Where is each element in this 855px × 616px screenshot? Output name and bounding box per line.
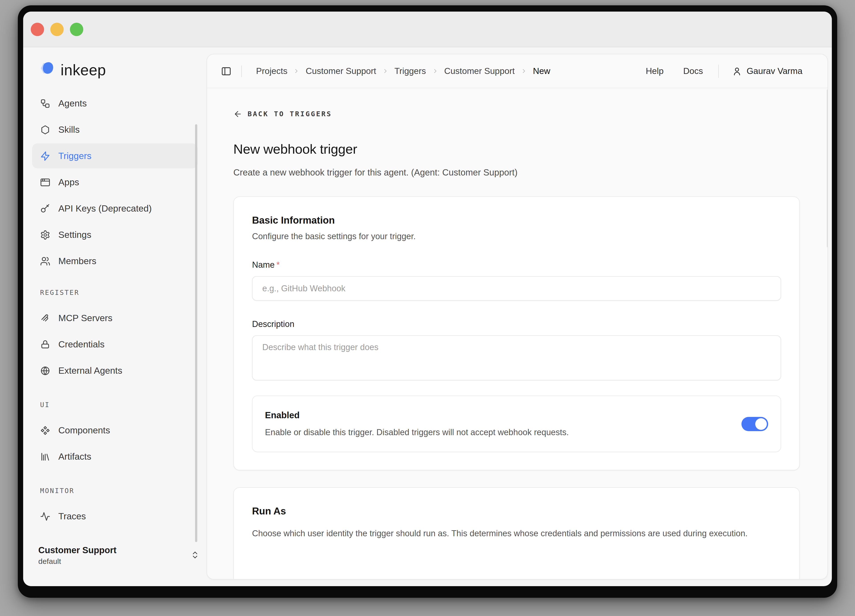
- sidebar-item-label: Skills: [58, 124, 80, 135]
- sidebar-item-artifacts[interactable]: Artifacts: [32, 444, 198, 469]
- sidebar-item-label: Agents: [58, 98, 87, 109]
- chevrons-up-down-icon: [191, 550, 199, 561]
- sidebar-item-mcp-servers[interactable]: MCP Servers: [32, 306, 198, 331]
- help-link[interactable]: Help: [646, 66, 663, 76]
- enabled-label: Enabled: [265, 410, 724, 420]
- header-divider: [241, 65, 242, 77]
- sidebar: inkeep Agents Skills Triggers Apps: [23, 47, 207, 586]
- user-name: Gaurav Varma: [746, 66, 803, 76]
- gear-icon: [40, 230, 50, 240]
- sidebar-item-label: Credentials: [58, 339, 104, 349]
- sidebar-item-label: Components: [58, 425, 110, 435]
- sidebar-item-traces[interactable]: Traces: [32, 504, 198, 529]
- sidebar-item-label: Apps: [58, 177, 79, 187]
- breadcrumb-triggers[interactable]: Triggers: [394, 66, 426, 76]
- sidebar-item-skills[interactable]: Skills: [32, 117, 198, 142]
- logo-text: inkeep: [61, 61, 106, 79]
- sidebar-item-apps[interactable]: Apps: [32, 170, 198, 195]
- user-menu[interactable]: Gaurav Varma: [732, 66, 803, 76]
- sidebar-section-ui: UI: [32, 401, 198, 411]
- sidebar-item-label: API Keys (Deprecated): [58, 203, 152, 214]
- close-button[interactable]: [31, 23, 44, 36]
- page-subtitle: Create a new webhook trigger for this ag…: [233, 167, 801, 178]
- breadcrumb: Projects Customer Support Triggers Custo…: [256, 66, 550, 76]
- required-mark: *: [276, 260, 280, 270]
- sidebar-item-triggers[interactable]: Triggers: [32, 143, 198, 169]
- project-name: Customer Support: [38, 545, 191, 555]
- user-icon: [732, 66, 742, 76]
- component-icon: [40, 425, 50, 435]
- zoom-button[interactable]: [70, 23, 83, 36]
- sidebar-item-label: Artifacts: [58, 451, 91, 462]
- breadcrumb-customer-support-2[interactable]: Customer Support: [444, 66, 515, 76]
- globe-icon: [40, 365, 50, 376]
- run-as-title: Run As: [252, 506, 781, 517]
- panel-header: Projects Customer Support Triggers Custo…: [207, 54, 827, 88]
- run-as-card: Run As Choose which user identity the tr…: [233, 487, 800, 579]
- workflow-icon: [40, 98, 50, 109]
- app-window: inkeep Agents Skills Triggers Apps: [23, 12, 832, 586]
- project-switcher[interactable]: Customer Support default: [38, 545, 199, 566]
- sidebar-item-label: MCP Servers: [58, 313, 112, 323]
- arrow-left-icon: [233, 110, 242, 118]
- run-as-description: Choose which user identity the trigger s…: [252, 526, 751, 541]
- activity-icon: [40, 511, 50, 521]
- zap-icon: [40, 151, 50, 161]
- minimize-button[interactable]: [50, 23, 64, 36]
- sidebar-item-label: Members: [58, 256, 97, 267]
- chevron-right-icon: [293, 68, 300, 74]
- enabled-setting-row: Enabled Enable or disable this trigger. …: [252, 395, 781, 452]
- basic-information-subtitle: Configure the basic settings for your tr…: [252, 231, 781, 241]
- sidebar-section-register: REGISTER: [32, 289, 198, 299]
- titlebar: [23, 12, 832, 47]
- sidebar-item-external-agents[interactable]: External Agents: [32, 358, 198, 383]
- app-window-icon: [40, 177, 50, 187]
- sidebar-item-settings[interactable]: Settings: [32, 222, 198, 247]
- breadcrumb-current: New: [533, 66, 550, 76]
- sidebar-scrollbar[interactable]: [195, 124, 197, 542]
- sidebar-item-api-keys[interactable]: API Keys (Deprecated): [32, 196, 198, 221]
- page-title: New webhook trigger: [233, 142, 801, 157]
- enabled-toggle[interactable]: [742, 417, 768, 431]
- basic-information-card: Basic Information Configure the basic se…: [233, 196, 800, 470]
- name-input[interactable]: [252, 276, 781, 301]
- breadcrumb-customer-support[interactable]: Customer Support: [306, 66, 376, 76]
- key-icon: [40, 203, 50, 214]
- mcp-icon: [40, 313, 50, 323]
- back-to-triggers-link[interactable]: BACK TO TRIGGERS: [233, 110, 801, 118]
- name-label: Name*: [252, 260, 781, 270]
- description-input[interactable]: [252, 336, 781, 380]
- users-icon: [40, 256, 50, 266]
- library-icon: [40, 451, 50, 462]
- chevron-right-icon: [382, 68, 389, 74]
- sidebar-item-label: Traces: [58, 511, 86, 522]
- toggle-knob: [755, 418, 767, 430]
- logo[interactable]: inkeep: [38, 61, 207, 79]
- hexagon-icon: [40, 124, 50, 135]
- lock-icon: [40, 339, 50, 349]
- panel-left-icon: [221, 66, 231, 77]
- docs-link[interactable]: Docs: [683, 66, 703, 76]
- project-variant: default: [38, 557, 191, 566]
- sidebar-item-members[interactable]: Members: [32, 248, 198, 273]
- inkeep-logo-icon: [38, 61, 57, 79]
- chevron-right-icon: [521, 68, 527, 74]
- sidebar-item-credentials[interactable]: Credentials: [32, 332, 198, 357]
- sidebar-item-label: Triggers: [58, 150, 92, 161]
- main-panel: Projects Customer Support Triggers Custo…: [207, 54, 828, 579]
- basic-information-title: Basic Information: [252, 215, 781, 226]
- sidebar-toggle-button[interactable]: [221, 66, 231, 77]
- sidebar-nav: Agents Skills Triggers Apps API Keys (De…: [23, 91, 207, 529]
- sidebar-item-components[interactable]: Components: [32, 418, 198, 443]
- enabled-description: Enable or disable this trigger. Disabled…: [265, 428, 724, 437]
- sidebar-item-label: Settings: [58, 229, 91, 240]
- chevron-right-icon: [432, 68, 438, 74]
- breadcrumb-projects[interactable]: Projects: [256, 66, 287, 76]
- sidebar-section-monitor: MONITOR: [32, 487, 198, 496]
- page-content: BACK TO TRIGGERS New webhook trigger Cre…: [207, 88, 827, 579]
- description-label: Description: [252, 319, 781, 329]
- content-scrollbar[interactable]: [827, 89, 828, 248]
- sidebar-item-agents[interactable]: Agents: [32, 91, 198, 116]
- back-link-label: BACK TO TRIGGERS: [248, 110, 332, 118]
- sidebar-item-label: External Agents: [58, 365, 122, 376]
